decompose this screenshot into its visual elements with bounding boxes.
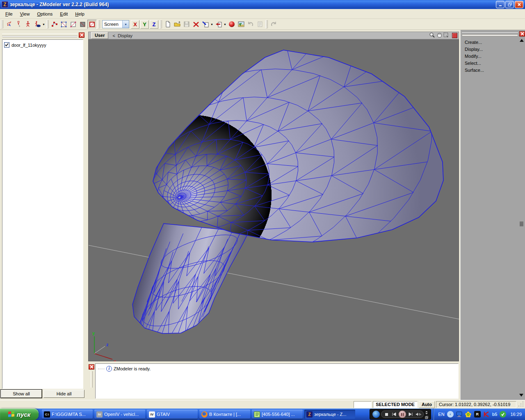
maximize-viewport-button[interactable] bbox=[452, 33, 457, 38]
menu-view[interactable]: View bbox=[16, 10, 34, 18]
scroll-down-icon[interactable] bbox=[519, 394, 523, 397]
history-log-button[interactable] bbox=[255, 20, 265, 29]
zmodeler-icon: Z bbox=[306, 411, 313, 418]
toolbar-grip[interactable] bbox=[265, 20, 268, 28]
menu-create[interactable]: Create... bbox=[465, 39, 484, 46]
import-button[interactable] bbox=[201, 20, 210, 29]
objects-panel: door_lf_11okyyyy Show all Hide all bbox=[1, 31, 84, 399]
start-button[interactable]: пуск bbox=[0, 409, 39, 420]
toolbar-grip[interactable] bbox=[98, 20, 100, 28]
open-file-button[interactable] bbox=[172, 20, 182, 29]
panel-drag-handle[interactable] bbox=[462, 32, 518, 35]
save-file-button[interactable] bbox=[182, 20, 191, 29]
taskbar-task-cmd[interactable]: C:\ F:\GGG\MTA S... bbox=[42, 410, 93, 419]
object-visibility-checkbox[interactable] bbox=[4, 42, 9, 48]
window-title: зеркальце - ZModeler ver 2.2.2 (Build 96… bbox=[10, 2, 496, 7]
undo-button[interactable] bbox=[246, 20, 255, 29]
taskbar-task-browser[interactable]: В Контакте | [... bbox=[199, 410, 250, 419]
zmodeler-app-icon: Z bbox=[2, 1, 8, 8]
tray-display-icon[interactable] bbox=[456, 411, 463, 418]
scroll-grip-icon[interactable] bbox=[520, 222, 523, 227]
menu-help[interactable]: Help bbox=[71, 10, 88, 18]
taskbar-task-openiv[interactable]: IV OpenIV - vehicl... bbox=[94, 410, 145, 419]
export-dropdown-arrow[interactable]: ▼ bbox=[223, 20, 227, 29]
chevron-down-icon[interactable]: ▼ bbox=[122, 21, 129, 28]
resize-grip-icon[interactable] bbox=[518, 402, 523, 407]
minimize-button[interactable] bbox=[496, 1, 504, 8]
toolbar-grip[interactable] bbox=[46, 20, 49, 28]
taskbar-task-gtaiv[interactable]: IV GTAIV bbox=[147, 410, 198, 419]
export-button[interactable] bbox=[214, 20, 223, 29]
menu-display[interactable]: Display... bbox=[465, 46, 484, 53]
select-move-tool-button[interactable] bbox=[4, 20, 14, 29]
tray-radmin-icon[interactable]: R bbox=[474, 411, 481, 418]
viewport-view-tab[interactable]: User bbox=[91, 32, 108, 39]
scroll-up-icon[interactable] bbox=[520, 39, 524, 42]
vertical-splitter[interactable] bbox=[84, 30, 88, 400]
axis-z-button[interactable]: Z bbox=[150, 20, 158, 29]
screen-mode-select[interactable]: Screen ▼ bbox=[102, 20, 129, 28]
objects-panel-close-icon[interactable] bbox=[79, 32, 84, 38]
tray-icq-flower-icon[interactable] bbox=[465, 411, 472, 418]
menu-options[interactable]: Options bbox=[33, 10, 56, 18]
material-editor-button[interactable] bbox=[227, 20, 236, 29]
taskbar-task-notes[interactable]: [405-556-640] ... bbox=[252, 410, 303, 419]
objects-mode-button[interactable] bbox=[87, 20, 97, 29]
tray-chevron-icon[interactable]: ‹ bbox=[447, 411, 454, 418]
menu-file[interactable]: File bbox=[2, 10, 16, 18]
list-item[interactable]: door_lf_11okyyyy bbox=[4, 42, 81, 48]
media-next-button[interactable] bbox=[407, 411, 414, 417]
restore-button[interactable] bbox=[505, 1, 514, 8]
log-panel-close-icon[interactable] bbox=[89, 364, 94, 370]
select-pin-tool-button[interactable] bbox=[14, 20, 23, 29]
pan-hand-icon[interactable] bbox=[436, 32, 442, 39]
player-spinner-icon[interactable] bbox=[425, 410, 428, 415]
tray-kaspersky-icon[interactable] bbox=[483, 411, 490, 418]
player-restore-icon[interactable] bbox=[425, 415, 428, 420]
texture-browser-button[interactable] bbox=[236, 20, 246, 29]
zoom-tool-icon[interactable] bbox=[429, 32, 435, 39]
log-drag-handle[interactable] bbox=[91, 371, 93, 388]
tray-check-icon[interactable] bbox=[500, 411, 506, 418]
axis-y-button[interactable]: Y bbox=[140, 20, 149, 29]
toolbar-grip[interactable] bbox=[160, 20, 162, 28]
animation-tool-button[interactable] bbox=[23, 20, 32, 29]
media-stop-button[interactable] bbox=[383, 411, 390, 417]
redo-button[interactable] bbox=[269, 20, 278, 29]
taskbar-task-zmodeler[interactable]: Z зеркальце - Z... bbox=[304, 410, 355, 419]
viewport-nav[interactable]: < Display bbox=[112, 33, 132, 38]
menu-select[interactable]: Select... bbox=[465, 60, 484, 67]
viewport-3d[interactable]: y x z bbox=[88, 39, 459, 361]
new-file-button[interactable] bbox=[163, 20, 172, 29]
menu-modify[interactable]: Modify... bbox=[465, 53, 484, 60]
import-dropdown-arrow[interactable]: ▼ bbox=[210, 20, 214, 29]
language-indicator[interactable]: EN bbox=[438, 412, 444, 417]
mirror-housing-surface bbox=[153, 50, 443, 242]
media-pause-button[interactable] bbox=[399, 411, 406, 418]
axis-indicator: y x z bbox=[92, 331, 116, 361]
axis-x-button[interactable]: X bbox=[131, 20, 139, 29]
panel-drag-handle[interactable] bbox=[2, 34, 78, 36]
select-region-icon[interactable] bbox=[443, 32, 449, 39]
toolbar-grip[interactable] bbox=[1, 20, 3, 28]
commands-panel-close-icon[interactable] bbox=[519, 31, 525, 37]
collapse-arrow-icon[interactable]: < bbox=[112, 33, 115, 38]
edges-mode-button[interactable] bbox=[59, 20, 68, 29]
scene-tool-button[interactable] bbox=[32, 20, 42, 29]
faces-mode-button[interactable] bbox=[68, 20, 78, 29]
delete-button[interactable] bbox=[191, 20, 201, 29]
hide-all-button[interactable]: Hide all bbox=[43, 390, 84, 398]
tray-b5-badge[interactable]: b5 bbox=[492, 412, 498, 417]
media-volume-button[interactable] bbox=[415, 411, 422, 417]
menu-edit[interactable]: Edit bbox=[56, 10, 71, 18]
media-previous-button[interactable] bbox=[391, 411, 397, 417]
commands-scrollbar[interactable] bbox=[519, 38, 524, 398]
close-button[interactable] bbox=[515, 1, 523, 8]
auto-button[interactable]: Auto bbox=[419, 401, 435, 408]
player-app-icon[interactable] bbox=[372, 411, 380, 418]
show-all-button[interactable]: Show all bbox=[1, 390, 42, 398]
menu-surface[interactable]: Surface... bbox=[465, 67, 484, 74]
tool-dropdown-arrow[interactable]: ▼ bbox=[42, 20, 46, 29]
vertices-mode-button[interactable] bbox=[50, 20, 59, 29]
polygons-mode-button[interactable] bbox=[78, 20, 87, 29]
